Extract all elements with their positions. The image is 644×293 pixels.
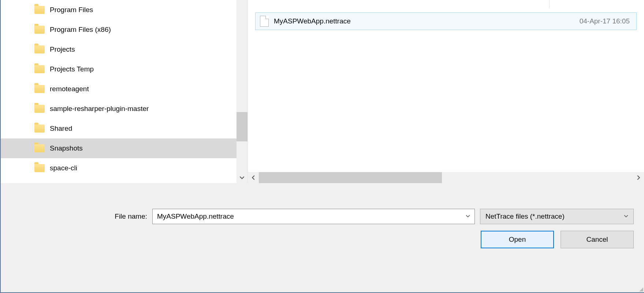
tree-item-program-files[interactable]: Program Files (1, 0, 237, 20)
file-name: MyASPWebApp.nettrace (274, 17, 574, 25)
folder-icon (34, 26, 45, 34)
folder-icon (34, 45, 45, 53)
filename-field[interactable] (157, 212, 463, 220)
folder-icon (34, 65, 45, 73)
tree-item-remoteagent[interactable]: remoteagent (1, 79, 237, 99)
scrollbar-track[interactable] (259, 172, 633, 183)
button-label: Open (509, 235, 526, 244)
resize-grip[interactable]: ◢ (637, 286, 643, 292)
tree-item-label: remoteagent (50, 85, 89, 93)
folder-icon (34, 164, 45, 172)
column-separator[interactable] (549, 0, 550, 8)
tree-item-shared[interactable]: Shared (1, 119, 237, 138)
folder-icon (34, 85, 45, 93)
folder-icon (34, 6, 45, 14)
cancel-button[interactable]: Cancel (561, 231, 634, 248)
file-date: 04-Apr-17 16:05 (580, 17, 632, 25)
filter-label: NetTrace files (*.nettrace) (485, 212, 565, 220)
tree-item-label: space-cli (50, 164, 77, 172)
scrollbar-thumb[interactable] (237, 112, 247, 141)
tree-item-label: Projects Temp (50, 65, 94, 73)
tree-item-label: Program Files (x86) (50, 26, 111, 34)
button-label: Cancel (586, 235, 608, 244)
dialog-buttons: Open Cancel (1, 231, 634, 248)
tree-item-program-files-x86[interactable]: Program Files (x86) (1, 20, 237, 40)
tree-item-space-cli[interactable]: space-cli (1, 158, 237, 178)
tree-item-snapshots[interactable]: Snapshots (1, 138, 237, 158)
folder-icon (34, 125, 45, 133)
filename-row: File name: NetTrace files (*.nettrace) (1, 209, 634, 224)
file-list[interactable]: MyASPWebApp.nettrace 04-Apr-17 16:05 (248, 0, 644, 172)
folder-tree-panel: Program Files Program Files (x86) Projec… (1, 0, 247, 183)
tree-item-projects-temp[interactable]: Projects Temp (1, 59, 237, 79)
tree-item-projects[interactable]: Projects (1, 40, 237, 59)
file-list-panel: MyASPWebApp.nettrace 04-Apr-17 16:05 (247, 0, 644, 183)
scroll-left-button[interactable] (248, 172, 259, 183)
folder-tree-list[interactable]: Program Files Program Files (x86) Projec… (1, 0, 237, 183)
scrollbar-thumb[interactable] (259, 172, 442, 183)
open-button[interactable]: Open (481, 231, 554, 248)
file-row[interactable]: MyASPWebApp.nettrace 04-Apr-17 16:05 (255, 12, 637, 30)
chevron-down-icon (621, 214, 628, 219)
tree-item-label: Projects (50, 45, 75, 53)
chevron-down-icon (239, 175, 245, 180)
file-icon (260, 16, 269, 27)
file-type-filter[interactable]: NetTrace files (*.nettrace) (480, 209, 634, 224)
tree-item-label: sample-resharper-plugin-master (50, 105, 149, 113)
scroll-right-button[interactable] (633, 172, 644, 183)
chevron-down-icon[interactable] (463, 214, 470, 219)
file-horizontal-scrollbar[interactable] (248, 172, 644, 183)
tree-vertical-scrollbar[interactable] (237, 0, 247, 183)
folder-icon (34, 105, 45, 113)
tree-item-sample-resharper-plugin-master[interactable]: sample-resharper-plugin-master (1, 99, 237, 119)
folder-icon (34, 144, 45, 152)
chevron-left-icon (251, 175, 256, 180)
tree-item-label: Shared (50, 125, 72, 133)
filename-input[interactable] (152, 209, 475, 224)
bottom-bar: File name: NetTrace files (*.nettrace) O… (1, 183, 644, 292)
chevron-right-icon (636, 175, 641, 180)
tree-item-label: Program Files (50, 6, 93, 14)
main-area: Program Files Program Files (x86) Projec… (1, 0, 644, 183)
filename-label: File name: (1, 212, 147, 220)
tree-item-label: Snapshots (50, 144, 83, 152)
scroll-down-button[interactable] (237, 172, 247, 183)
